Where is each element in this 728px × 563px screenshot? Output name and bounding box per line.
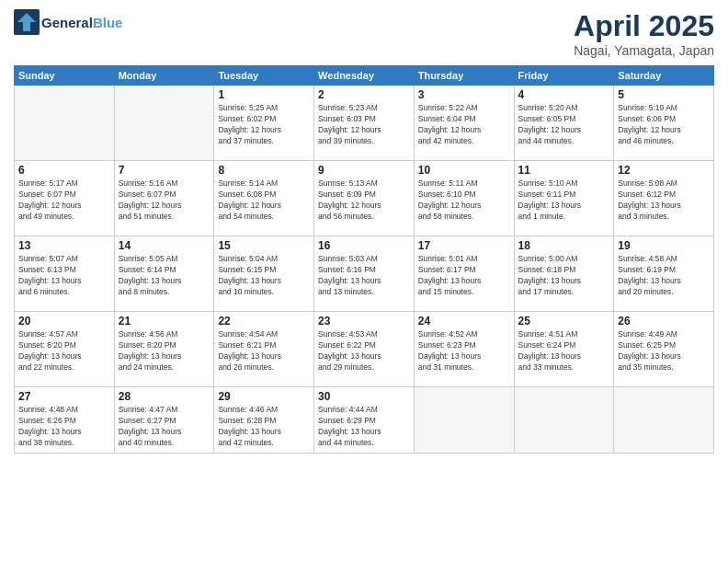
day-number: 11 xyxy=(518,164,610,177)
week-row-5: 27Sunrise: 4:48 AM Sunset: 6:26 PM Dayli… xyxy=(15,387,714,454)
day-info: Sunrise: 5:01 AM Sunset: 6:17 PM Dayligh… xyxy=(418,254,510,298)
day-info: Sunrise: 5:11 AM Sunset: 6:10 PM Dayligh… xyxy=(418,178,510,223)
weekday-header-friday: Friday xyxy=(514,66,614,86)
day-number: 29 xyxy=(218,390,310,403)
day-cell: 26Sunrise: 4:49 AM Sunset: 6:25 PM Dayli… xyxy=(614,312,714,387)
day-number: 22 xyxy=(218,315,310,327)
day-cell: 22Sunrise: 4:54 AM Sunset: 6:21 PM Dayli… xyxy=(214,312,314,387)
day-info: Sunrise: 5:13 AM Sunset: 6:09 PM Dayligh… xyxy=(318,178,410,223)
day-info: Sunrise: 5:10 AM Sunset: 6:11 PM Dayligh… xyxy=(518,178,610,223)
weekday-header-monday: Monday xyxy=(114,66,214,86)
day-info: Sunrise: 5:03 AM Sunset: 6:16 PM Dayligh… xyxy=(318,254,410,298)
day-number: 2 xyxy=(318,88,410,101)
day-cell: 27Sunrise: 4:48 AM Sunset: 6:26 PM Dayli… xyxy=(15,387,115,454)
day-cell: 2Sunrise: 5:23 AM Sunset: 6:03 PM Daylig… xyxy=(314,86,415,161)
day-number: 12 xyxy=(618,164,710,177)
day-number: 8 xyxy=(218,164,310,177)
day-cell: 6Sunrise: 5:17 AM Sunset: 6:07 PM Daylig… xyxy=(15,161,115,236)
day-info: Sunrise: 4:49 AM Sunset: 6:25 PM Dayligh… xyxy=(618,329,710,373)
day-info: Sunrise: 5:20 AM Sunset: 6:05 PM Dayligh… xyxy=(518,103,610,147)
day-number: 25 xyxy=(518,315,610,327)
weekday-header-tuesday: Tuesday xyxy=(214,66,314,86)
day-number: 14 xyxy=(119,239,210,252)
day-cell: 23Sunrise: 4:53 AM Sunset: 6:22 PM Dayli… xyxy=(314,312,415,387)
day-info: Sunrise: 5:00 AM Sunset: 6:18 PM Dayligh… xyxy=(518,254,610,298)
day-info: Sunrise: 4:51 AM Sunset: 6:24 PM Dayligh… xyxy=(518,329,610,373)
day-cell: 4Sunrise: 5:20 AM Sunset: 6:05 PM Daylig… xyxy=(514,86,614,161)
day-info: Sunrise: 4:58 AM Sunset: 6:19 PM Dayligh… xyxy=(618,254,710,298)
day-cell: 3Sunrise: 5:22 AM Sunset: 6:04 PM Daylig… xyxy=(414,86,514,161)
month-title: April 2025 xyxy=(574,9,714,43)
day-info: Sunrise: 5:25 AM Sunset: 6:02 PM Dayligh… xyxy=(218,103,310,147)
day-number: 21 xyxy=(119,315,210,327)
weekday-header-wednesday: Wednesday xyxy=(314,66,415,86)
day-info: Sunrise: 5:22 AM Sunset: 6:04 PM Dayligh… xyxy=(418,103,510,147)
day-cell: 29Sunrise: 4:46 AM Sunset: 6:28 PM Dayli… xyxy=(214,387,314,454)
day-number: 19 xyxy=(618,239,710,252)
day-cell: 16Sunrise: 5:03 AM Sunset: 6:16 PM Dayli… xyxy=(314,236,415,312)
day-cell: 21Sunrise: 4:56 AM Sunset: 6:20 PM Dayli… xyxy=(114,312,214,387)
weekday-header-row: SundayMondayTuesdayWednesdayThursdayFrid… xyxy=(15,66,714,86)
day-info: Sunrise: 5:17 AM Sunset: 6:07 PM Dayligh… xyxy=(18,178,110,223)
day-number: 16 xyxy=(318,239,410,252)
weekday-header-thursday: Thursday xyxy=(414,66,514,86)
day-info: Sunrise: 4:56 AM Sunset: 6:20 PM Dayligh… xyxy=(119,329,210,373)
page: GeneralBlue April 2025 Nagai, Yamagata, … xyxy=(0,0,728,563)
day-cell: 1Sunrise: 5:25 AM Sunset: 6:02 PM Daylig… xyxy=(214,86,314,161)
day-cell: 30Sunrise: 4:44 AM Sunset: 6:29 PM Dayli… xyxy=(314,387,415,454)
day-cell: 7Sunrise: 5:16 AM Sunset: 6:07 PM Daylig… xyxy=(114,161,214,236)
day-number: 23 xyxy=(318,315,410,327)
day-number: 15 xyxy=(218,239,310,252)
day-info: Sunrise: 4:48 AM Sunset: 6:26 PM Dayligh… xyxy=(18,405,110,449)
day-cell xyxy=(15,86,115,161)
day-number: 26 xyxy=(618,315,710,327)
day-number: 10 xyxy=(418,164,510,177)
logo-icon xyxy=(14,9,40,35)
day-info: Sunrise: 5:14 AM Sunset: 6:08 PM Dayligh… xyxy=(218,178,310,223)
day-info: Sunrise: 5:07 AM Sunset: 6:13 PM Dayligh… xyxy=(18,254,110,298)
week-row-4: 20Sunrise: 4:57 AM Sunset: 6:20 PM Dayli… xyxy=(15,312,714,387)
day-info: Sunrise: 5:04 AM Sunset: 6:15 PM Dayligh… xyxy=(218,254,310,298)
day-cell: 24Sunrise: 4:52 AM Sunset: 6:23 PM Dayli… xyxy=(414,312,514,387)
logo: GeneralBlue xyxy=(14,9,122,35)
day-cell: 17Sunrise: 5:01 AM Sunset: 6:17 PM Dayli… xyxy=(414,236,514,312)
day-number: 9 xyxy=(318,164,410,177)
day-cell: 5Sunrise: 5:19 AM Sunset: 6:06 PM Daylig… xyxy=(614,86,714,161)
week-row-1: 1Sunrise: 5:25 AM Sunset: 6:02 PM Daylig… xyxy=(15,86,714,161)
day-cell: 19Sunrise: 4:58 AM Sunset: 6:19 PM Dayli… xyxy=(614,236,714,312)
calendar-table: SundayMondayTuesdayWednesdayThursdayFrid… xyxy=(14,65,714,454)
day-cell xyxy=(414,387,514,454)
location: Nagai, Yamagata, Japan xyxy=(574,43,714,58)
day-info: Sunrise: 5:08 AM Sunset: 6:12 PM Dayligh… xyxy=(618,178,710,223)
header: GeneralBlue April 2025 Nagai, Yamagata, … xyxy=(14,9,714,58)
day-cell: 25Sunrise: 4:51 AM Sunset: 6:24 PM Dayli… xyxy=(514,312,614,387)
logo-text: GeneralBlue xyxy=(41,15,122,30)
day-number: 30 xyxy=(318,390,410,403)
day-cell: 15Sunrise: 5:04 AM Sunset: 6:15 PM Dayli… xyxy=(214,236,314,312)
weekday-header-saturday: Saturday xyxy=(614,66,714,86)
day-number: 4 xyxy=(518,88,610,101)
day-cell: 28Sunrise: 4:47 AM Sunset: 6:27 PM Dayli… xyxy=(114,387,214,454)
day-cell: 13Sunrise: 5:07 AM Sunset: 6:13 PM Dayli… xyxy=(15,236,115,312)
week-row-3: 13Sunrise: 5:07 AM Sunset: 6:13 PM Dayli… xyxy=(15,236,714,312)
day-info: Sunrise: 4:57 AM Sunset: 6:20 PM Dayligh… xyxy=(18,329,110,373)
day-number: 3 xyxy=(418,88,510,101)
day-number: 20 xyxy=(18,315,110,327)
day-info: Sunrise: 5:16 AM Sunset: 6:07 PM Dayligh… xyxy=(119,178,210,223)
day-cell: 9Sunrise: 5:13 AM Sunset: 6:09 PM Daylig… xyxy=(314,161,415,236)
day-number: 28 xyxy=(119,390,210,403)
day-cell: 12Sunrise: 5:08 AM Sunset: 6:12 PM Dayli… xyxy=(614,161,714,236)
day-cell xyxy=(614,387,714,454)
day-info: Sunrise: 5:19 AM Sunset: 6:06 PM Dayligh… xyxy=(618,103,710,147)
day-number: 7 xyxy=(119,164,210,177)
day-number: 6 xyxy=(18,164,110,177)
day-cell: 14Sunrise: 5:05 AM Sunset: 6:14 PM Dayli… xyxy=(114,236,214,312)
weekday-header-sunday: Sunday xyxy=(15,66,115,86)
day-cell xyxy=(514,387,614,454)
day-info: Sunrise: 4:54 AM Sunset: 6:21 PM Dayligh… xyxy=(218,329,310,373)
day-number: 1 xyxy=(218,88,310,101)
day-info: Sunrise: 4:47 AM Sunset: 6:27 PM Dayligh… xyxy=(119,405,210,449)
day-info: Sunrise: 4:53 AM Sunset: 6:22 PM Dayligh… xyxy=(318,329,410,373)
day-number: 24 xyxy=(418,315,510,327)
day-cell: 10Sunrise: 5:11 AM Sunset: 6:10 PM Dayli… xyxy=(414,161,514,236)
